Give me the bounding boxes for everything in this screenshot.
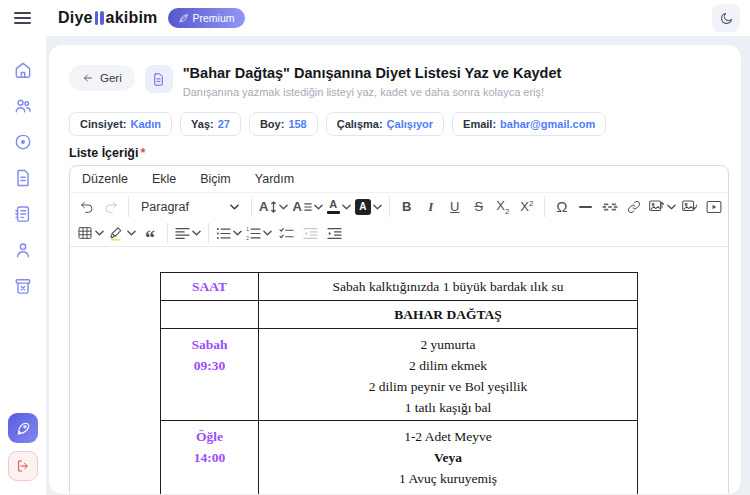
undo-icon [79,199,95,215]
premium-label: Premium [193,12,235,24]
strikethrough-button[interactable]: S [467,195,491,219]
chevron-down-icon [342,204,351,210]
lines-icon [304,202,312,212]
outdent-button[interactable] [298,221,322,245]
italic-button[interactable]: I [419,195,443,219]
chevron-down-icon [263,230,272,236]
app-logo[interactable]: Diye akibim [58,9,158,27]
table-icon [77,225,93,241]
menu-help[interactable]: Yardım [255,172,294,186]
required-asterisk: * [140,146,145,160]
diet-lists-icon[interactable] [13,168,33,188]
menu-format[interactable]: Biçim [200,172,231,186]
numbered-list-button[interactable]: 12 [244,221,274,245]
chevron-down-icon [314,204,323,210]
diet-table[interactable]: SAAT Sabah kalktığınızda 1 büyük bardak … [160,272,638,495]
special-character-button[interactable]: Ω [550,195,574,219]
back-button[interactable]: Geri [69,65,135,91]
logo-bars-icon [95,11,104,25]
chevron-down-icon [95,230,104,236]
redo-button[interactable] [99,195,123,219]
bullet-list-icon [216,227,231,240]
chip-value: 27 [218,118,230,130]
image-edit-icon [681,199,698,214]
highlighter-icon [108,225,125,242]
background-color-swatch: A [355,199,371,215]
dark-mode-toggle[interactable] [712,4,740,32]
paragraph-style-dropdown[interactable]: Paragraf [134,195,246,219]
bold-button[interactable]: B [395,195,419,219]
horizontal-rule-button[interactable] [574,195,598,219]
bullet-list-button[interactable] [214,221,244,245]
goals-icon[interactable] [13,132,33,152]
meal-item: 1 Avuç kuruyemiş [265,468,631,489]
up-down-arrows-icon [270,201,277,213]
checklist-button[interactable] [274,221,298,245]
sidebar [0,36,46,495]
text-color-button[interactable]: A [325,195,353,219]
archive-icon[interactable] [13,276,33,296]
logout-button[interactable] [8,451,38,481]
page-subtitle: Danışanına yazmak istediğin listeyi yaz,… [183,86,562,98]
page-icon-chip [145,65,173,93]
quill-icon [178,13,189,24]
table-button[interactable] [75,221,106,245]
horizontal-rule-icon [579,206,592,208]
page-break-button[interactable] [598,195,622,219]
undo-button[interactable] [75,195,99,219]
outdent-icon [303,227,318,240]
insert-image-button[interactable] [646,195,678,219]
client-name-heading: BAHAR DAĞTAŞ [394,307,501,322]
chip-gender: Cinsiyet:Kadın [69,112,172,136]
menu-insert[interactable]: Ekle [152,172,176,186]
font-size-button[interactable]: A [257,195,290,219]
insert-media-button[interactable] [702,195,726,219]
underline-glyph: U [450,199,459,214]
arrow-left-icon [82,72,94,84]
chevron-down-icon [373,204,382,210]
link-button[interactable] [622,195,646,219]
svg-text:1: 1 [246,227,249,232]
chevron-down-icon [192,230,201,236]
background-color-button[interactable]: A [353,195,384,219]
underline-button[interactable]: U [443,195,467,219]
chevron-down-icon [667,204,676,210]
chevron-down-icon [127,230,136,236]
highlight-button[interactable] [106,221,138,245]
diet-time-header: SAAT [192,279,227,294]
text-color-swatch: A [327,199,340,214]
list-content-label: Liste İçeriği* [69,146,729,160]
chip-label: Email: [463,118,496,130]
line-height-button[interactable]: A [290,195,324,219]
chip-height: Boy:158 [249,112,318,136]
premium-badge[interactable]: Premium [168,8,245,28]
chevron-down-icon [279,204,288,210]
notes-icon[interactable] [13,204,33,224]
toolbar-row-2: “ 12 [70,220,728,247]
meal-time: 09:30 [167,355,252,376]
numbered-list-icon: 12 [246,227,261,240]
hamburger-menu-icon[interactable] [14,8,34,28]
menu-edit[interactable]: Düzenle [82,172,128,186]
subscript-button[interactable]: X2 [491,195,515,219]
blockquote-button[interactable]: “ [138,221,162,245]
rocket-button[interactable] [8,413,38,443]
chip-value: 158 [288,118,306,130]
meal-name: Sabah [167,334,252,355]
paragraph-style-value: Paragraf [141,200,189,214]
table-row: Sabah 09:30 2 yumurta 2 dilim ekmek 2 di… [161,329,638,421]
edit-image-button[interactable] [678,195,702,219]
text-color-glyph: A [329,199,337,210]
superscript-glyph: X2 [520,199,533,214]
italic-glyph: I [428,199,433,215]
clients-icon[interactable] [13,96,33,116]
home-icon[interactable] [13,60,33,80]
chip-email: Email:bahar@gmail.com [452,112,606,136]
superscript-button[interactable]: X2 [515,195,539,219]
indent-button[interactable] [322,221,346,245]
chip-label: Yaş: [191,118,214,130]
chip-value: Çalışıyor [387,118,433,130]
align-button[interactable] [173,221,203,245]
profile-icon[interactable] [13,240,33,260]
editor-content-area[interactable]: SAAT Sabah kalktığınızda 1 büyük bardak … [70,247,728,495]
